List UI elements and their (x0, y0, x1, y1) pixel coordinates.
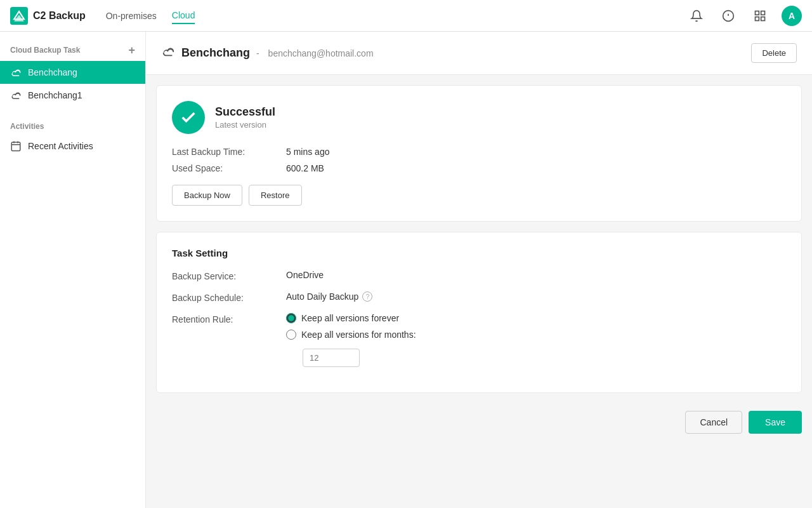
status-subtitle: Latest version (215, 120, 275, 130)
retention-forever-option[interactable]: Keep all versions forever (286, 313, 416, 323)
months-input[interactable] (303, 349, 360, 367)
retention-forever-radio[interactable] (286, 313, 296, 323)
sidebar-recent-activities[interactable]: Recent Activities (0, 135, 145, 157)
retention-rule-row: Retention Rule: Keep all versions foreve… (172, 313, 786, 367)
onedrive-icon-inactive (10, 90, 22, 101)
info-icon[interactable] (718, 6, 738, 26)
recent-activities-label: Recent Activities (28, 141, 93, 151)
retention-rule-label: Retention Rule: (172, 313, 286, 324)
main-content: Benchchang - benchchang@hotmail.com Dele… (146, 32, 812, 508)
used-space-row: Used Space: 600.2 MB (172, 163, 786, 173)
backup-service-value: OneDrive (286, 270, 324, 280)
bell-icon[interactable] (686, 6, 707, 26)
action-buttons: Backup Now Restore (172, 185, 786, 206)
sidebar-section-header: Cloud Backup Task + (0, 42, 145, 61)
svg-rect-5 (761, 11, 765, 15)
sidebar: Cloud Backup Task + Benchchang Benchchan… (0, 32, 146, 508)
backup-now-button[interactable]: Backup Now (172, 185, 242, 206)
save-button[interactable]: Save (749, 411, 802, 434)
status-circle (172, 101, 205, 134)
cancel-button[interactable]: Cancel (685, 411, 742, 434)
task-setting-title: Task Setting (172, 248, 786, 258)
logo-text: C2 Backup (33, 10, 86, 22)
logo: C2 Backup (10, 7, 86, 25)
account-header: Benchchang - benchchang@hotmail.com Dele… (146, 32, 812, 75)
svg-rect-7 (761, 17, 765, 20)
last-backup-row: Last Backup Time: 5 mins ago (172, 147, 786, 157)
backup-service-label: Backup Service: (172, 270, 286, 281)
backup-schedule-value: Auto Daily Backup ? (286, 291, 372, 302)
status-text: Successful (215, 105, 275, 119)
backup-schedule-row: Backup Schedule: Auto Daily Backup ? (172, 291, 786, 303)
topnav-right: A (686, 6, 802, 26)
delete-button[interactable]: Delete (751, 43, 797, 63)
add-task-btn[interactable]: + (128, 44, 135, 56)
task-setting-card: Task Setting Backup Service: OneDrive Ba… (156, 232, 802, 393)
help-icon[interactable]: ? (362, 291, 372, 302)
svg-rect-8 (11, 142, 20, 151)
svg-rect-4 (756, 11, 759, 15)
nav-on-premises[interactable]: On-premises (106, 8, 157, 23)
sidebar-item-benchchang1[interactable]: Benchchang1 (0, 84, 145, 107)
topnav: C2 Backup On-premises Cloud A (0, 0, 812, 32)
backup-schedule-label: Backup Schedule: (172, 291, 286, 303)
restore-button[interactable]: Restore (249, 185, 302, 206)
retention-months-option[interactable]: Keep all versions for months: (286, 330, 416, 340)
layout: Cloud Backup Task + Benchchang Benchchan… (0, 32, 812, 508)
status-row: Successful Latest version (172, 101, 786, 134)
sidebar-item-benchchang[interactable]: Benchchang (0, 61, 145, 84)
last-backup-label: Last Backup Time: (172, 147, 286, 157)
retention-forever-label: Keep all versions forever (301, 313, 399, 323)
account-title-row: Benchchang - benchchang@hotmail.com (161, 44, 374, 62)
svg-rect-6 (756, 17, 759, 20)
retention-months-label: Keep all versions for months: (301, 330, 416, 340)
last-backup-value: 5 mins ago (286, 147, 329, 157)
avatar[interactable]: A (782, 6, 802, 26)
status-info: Successful Latest version (215, 105, 275, 130)
recent-icon (10, 140, 22, 152)
sidebar-item-label-benchchang: Benchchang (28, 67, 77, 77)
onedrive-icon-active (10, 67, 22, 78)
account-separator: - (256, 48, 262, 58)
backup-service-row: Backup Service: OneDrive (172, 270, 786, 281)
sidebar-section-title: Cloud Backup Task (10, 46, 80, 55)
retention-options: Keep all versions forever Keep all versi… (286, 313, 416, 367)
sidebar-item-label-benchchang1: Benchchang1 (28, 90, 82, 100)
account-name: Benchchang (181, 46, 250, 60)
used-space-value: 600.2 MB (286, 163, 324, 173)
footer-actions: Cancel Save (146, 403, 812, 444)
status-card: Successful Latest version Last Backup Ti… (156, 85, 802, 222)
nav-cloud[interactable]: Cloud (172, 8, 195, 24)
sidebar-activities-label: Activities (0, 112, 145, 135)
grid-icon[interactable] (750, 6, 770, 26)
used-space-label: Used Space: (172, 163, 286, 173)
account-email: benchchang@hotmail.com (268, 48, 374, 58)
retention-months-radio[interactable] (286, 330, 296, 340)
account-onedrive-icon (161, 44, 175, 62)
